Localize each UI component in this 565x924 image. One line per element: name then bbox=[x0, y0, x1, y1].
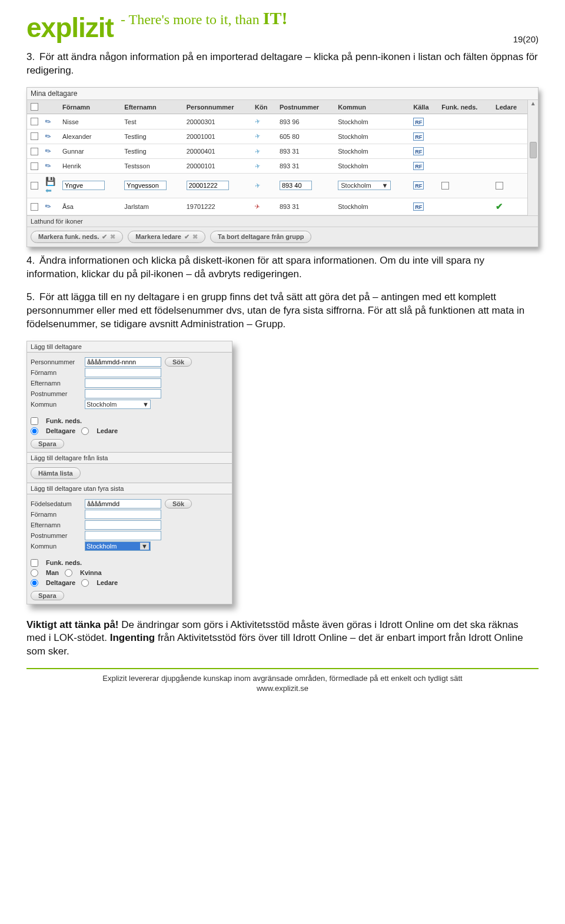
female-icon: ✈ bbox=[254, 202, 261, 211]
ledare-radio[interactable] bbox=[81, 427, 89, 435]
row-checkbox[interactable] bbox=[31, 203, 38, 211]
check-icon: ✔ bbox=[184, 233, 190, 241]
instruction-5: 5.För att lägga till en ny deltagare i e… bbox=[26, 291, 539, 331]
male-icon: ✈ bbox=[254, 181, 261, 190]
sok-button-2[interactable]: Sök bbox=[165, 499, 192, 508]
table-row-editing: 💾 ⬅ ✈ Stockholm ▼ bbox=[27, 173, 527, 198]
hamta-lista-button[interactable]: Hämta lista bbox=[31, 467, 81, 479]
logo: explizit bbox=[26, 12, 121, 44]
chevron-down-icon[interactable]: ▼ bbox=[140, 543, 149, 550]
page-header: explizit - There's more to it, than IT! bbox=[26, 12, 539, 44]
deltagare-radio[interactable] bbox=[31, 427, 38, 435]
scrollbar[interactable]: ▲ bbox=[527, 100, 538, 215]
table-row: ✎ Nisse Test 20000301 ✈ 893 96 Stockholm… bbox=[27, 114, 527, 129]
tagline: - There's more to it, than IT! bbox=[121, 8, 288, 28]
fornamn-field[interactable] bbox=[85, 368, 161, 377]
diskette-icon[interactable]: 💾 bbox=[45, 177, 55, 186]
fodelse-field[interactable] bbox=[85, 499, 161, 508]
label-fodelse: Födelsedatum bbox=[31, 500, 81, 507]
check-icon: ✔ bbox=[102, 233, 107, 241]
deltagare-radio-2[interactable] bbox=[31, 579, 38, 587]
label-kommun: Kommun bbox=[31, 401, 81, 408]
rf-badge: RF bbox=[413, 162, 424, 170]
select-all-checkbox[interactable] bbox=[31, 103, 38, 111]
instruction-3: 3.För att ändra någon information på en … bbox=[26, 51, 539, 78]
grid-title: Mina deltagare bbox=[27, 88, 538, 100]
efternamn-input[interactable] bbox=[124, 181, 167, 190]
page-footer: Explizit levererar djupgående kunskap in… bbox=[26, 668, 539, 694]
tabort-deltagare-button[interactable]: Ta bort deltagare från grupp bbox=[210, 231, 311, 243]
col-efternamn[interactable]: Efternamn bbox=[121, 100, 182, 114]
col-kalla[interactable]: Källa bbox=[410, 100, 438, 114]
back-arrow-icon[interactable]: ⬅ bbox=[45, 186, 52, 195]
x-icon: ✖ bbox=[110, 233, 115, 241]
chevron-down-icon[interactable]: ▼ bbox=[381, 182, 388, 189]
ledare-checkbox[interactable] bbox=[496, 182, 503, 190]
logo-text: explizit bbox=[26, 12, 114, 44]
row-checkbox[interactable] bbox=[31, 118, 38, 125]
label-pnr: Personnummer bbox=[31, 358, 81, 365]
markera-ledare-button[interactable]: Markera ledare ✔ ✖ bbox=[128, 231, 205, 243]
col-post[interactable]: Postnummer bbox=[276, 100, 334, 114]
ledare-radio-2[interactable] bbox=[81, 579, 89, 587]
important-note: Viktigt att tänka på! De ändringar som g… bbox=[26, 619, 539, 659]
col-fornamn[interactable]: Förnamn bbox=[59, 100, 121, 114]
rf-badge: RF bbox=[413, 118, 424, 126]
man-radio[interactable] bbox=[31, 569, 38, 577]
row-checkbox[interactable] bbox=[31, 132, 38, 140]
pnr-field[interactable] bbox=[85, 357, 161, 367]
col-pnr[interactable]: Personnummer bbox=[183, 100, 251, 114]
pen-icon[interactable]: ✎ bbox=[44, 131, 53, 141]
label-efternamn: Efternamn bbox=[31, 380, 81, 387]
table-row: ✎ Gunnar Testling 20000401 ✈ 893 31 Stoc… bbox=[27, 144, 527, 158]
instruction-4: 4.Ändra informationen och klicka på disk… bbox=[26, 254, 539, 281]
sok-button[interactable]: Sök bbox=[165, 357, 192, 367]
fornamn-input[interactable] bbox=[62, 181, 105, 190]
checkmark-icon: ✔ bbox=[496, 201, 503, 211]
table-row: ✎ Åsa Jarlstam 19701222 ✈ 893 31 Stockho… bbox=[27, 198, 527, 215]
label-postnummer: Postnummer bbox=[31, 390, 81, 397]
male-icon: ✈ bbox=[254, 147, 261, 155]
row-checkbox[interactable] bbox=[31, 162, 38, 170]
pen-icon[interactable]: ✎ bbox=[44, 201, 53, 211]
rf-badge: RF bbox=[413, 202, 424, 211]
participants-table: Förnamn Efternamn Personnummer Kön Postn… bbox=[27, 100, 527, 215]
pen-icon[interactable]: ✎ bbox=[44, 161, 53, 171]
kommun-select[interactable]: Stockholm bbox=[87, 401, 117, 408]
row-checkbox[interactable] bbox=[31, 182, 38, 190]
col-ledare[interactable]: Ledare bbox=[492, 100, 527, 114]
section-fromlist: Lägg till deltagare från lista bbox=[27, 452, 232, 464]
page-number: 19(20) bbox=[513, 34, 539, 44]
funkneds-checkbox[interactable] bbox=[31, 417, 38, 425]
chevron-down-icon[interactable]: ▼ bbox=[142, 401, 149, 408]
spara-button[interactable]: Spara bbox=[31, 439, 64, 448]
post-input[interactable] bbox=[280, 181, 312, 190]
row-checkbox[interactable] bbox=[31, 148, 38, 155]
section-add: Lägg till deltagare bbox=[27, 341, 232, 353]
markera-funk-button[interactable]: Markera funk. neds. ✔ ✖ bbox=[31, 231, 123, 243]
grid-screenshot: Mina deltagare Förnamn Efternamn Personn… bbox=[26, 87, 539, 247]
postnummer-field[interactable] bbox=[85, 389, 161, 398]
funkneds-checkbox[interactable] bbox=[441, 182, 449, 190]
pnr-input[interactable] bbox=[187, 181, 229, 190]
pen-icon[interactable]: ✎ bbox=[44, 117, 53, 127]
add-participant-form: Lägg till deltagare Personnummer Sök För… bbox=[26, 341, 232, 604]
kvinna-radio[interactable] bbox=[65, 569, 72, 577]
postnummer-field-2[interactable] bbox=[85, 531, 161, 540]
pen-icon[interactable]: ✎ bbox=[44, 146, 53, 156]
rf-badge: RF bbox=[413, 132, 424, 141]
male-icon: ✈ bbox=[254, 118, 261, 126]
kommun-select[interactable]: Stockholm bbox=[341, 182, 371, 189]
efternamn-field[interactable] bbox=[85, 378, 161, 388]
col-kommun[interactable]: Kommun bbox=[334, 100, 410, 114]
fornamn-field-2[interactable] bbox=[85, 510, 161, 519]
efternamn-field-2[interactable] bbox=[85, 520, 161, 530]
table-row: ✎ Alexander Testling 20001001 ✈ 605 80 S… bbox=[27, 129, 527, 144]
col-funkneds[interactable]: Funk. neds. bbox=[438, 100, 492, 114]
spara-button-2[interactable]: Spara bbox=[31, 591, 64, 600]
male-icon: ✈ bbox=[254, 132, 261, 141]
table-row: ✎ Henrik Testsson 20000101 ✈ 893 31 Stoc… bbox=[27, 158, 527, 173]
funkneds-checkbox-2[interactable] bbox=[31, 559, 38, 567]
kommun-select-2[interactable]: Stockholm bbox=[87, 543, 117, 550]
col-kon[interactable]: Kön bbox=[251, 100, 276, 114]
